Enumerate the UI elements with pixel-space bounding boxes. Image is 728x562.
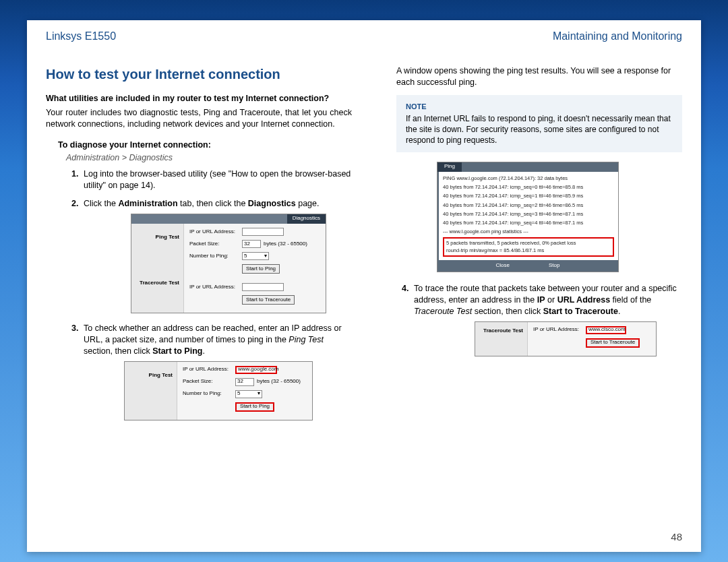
trace-ip-input-filled[interactable]: www.cisco.com [586, 326, 626, 334]
section-title: How to test your Internet connection [46, 65, 352, 84]
start-ping-button[interactable]: Start to Ping [242, 264, 280, 274]
manual-page: Linksys E1550 Maintaining and Monitoring… [27, 20, 701, 552]
num-label-2: Number to Ping: [183, 390, 235, 398]
traceroute-test-label: Traceroute Test [131, 280, 179, 287]
step-3: To check whether an address can be reach… [81, 323, 352, 420]
ip-label: IP or URL Address: [189, 228, 242, 236]
step-1: Log into the browser-based utility (see … [81, 168, 352, 191]
ping-window-buttons: Close Stop [437, 260, 618, 272]
fields-area-2: IP or URL Address:www.google.com Packet … [177, 362, 312, 420]
page-number: 48 [671, 531, 682, 542]
ping-test-screenshot: Ping Test IP or URL Address:www.google.c… [124, 361, 313, 420]
header-right: Maintaining and Monitoring [553, 30, 682, 42]
ping-result-intro: A window opens showing the ping test res… [396, 65, 682, 88]
ip-input[interactable] [242, 228, 284, 236]
trace-fields: IP or URL Address:www.cisco.com Start to… [528, 322, 656, 356]
packet-label: Packet Size: [189, 241, 242, 248]
ip-label-2: IP or URL Address: [189, 284, 242, 291]
step-4: To trace the route that packets take bet… [411, 283, 682, 356]
ping-output: PING www.l.google.com (72.14.204.147): 3… [437, 172, 618, 260]
ping-line: 40 bytes from 72.14.204.147: icmp_seq=3 … [443, 211, 614, 218]
right-column: A window opens showing the ping test res… [376, 65, 682, 430]
diagnostics-tab[interactable]: Diagnostics [287, 214, 326, 224]
trace-side-label: Traceroute Test [475, 322, 528, 356]
num-select-2[interactable]: 5▾ [235, 390, 262, 398]
num-label: Number to Ping: [189, 253, 242, 260]
ping-line: 40 bytes from 72.14.204.147: icmp_seq=2 … [443, 202, 614, 209]
note-body: If an Internet URL fails to respond to p… [406, 113, 673, 146]
note-box: NOTE If an Internet URL fails to respond… [396, 95, 682, 152]
chevron-down-icon: ▾ [264, 253, 267, 260]
procedure-head: To diagnose your Internet connection: [58, 139, 352, 151]
packet-hint: bytes (32 - 65500) [264, 241, 307, 248]
ping-tab[interactable]: Ping [437, 162, 462, 172]
steps-list-right: To trace the route that packets take bet… [411, 283, 682, 356]
ip-input-filled[interactable]: www.google.com [235, 366, 277, 374]
traceroute-screenshot: Traceroute Test IP or URL Address:www.ci… [475, 321, 657, 356]
num-select[interactable]: 5▾ [242, 252, 269, 260]
steps-list: Log into the browser-based utility (see … [81, 168, 352, 420]
ping-line: 40 bytes from 72.14.204.147: icmp_seq=0 … [443, 184, 614, 191]
header-left: Linksys E1550 [46, 30, 116, 42]
packet-hint-2: bytes (32 - 65500) [257, 378, 301, 385]
start-traceroute-button[interactable]: Start to Traceroute [242, 295, 295, 305]
step-2: Click the Administration tab, then click… [81, 198, 352, 313]
ping-window-tabbar: Ping [437, 162, 618, 172]
packet-input[interactable]: 32 [242, 240, 261, 248]
nav-path: Administration > Diagnostics [66, 152, 352, 164]
left-column: How to test your Internet connection Wha… [46, 65, 352, 430]
note-title: NOTE [406, 102, 673, 112]
ping-line: 40 bytes from 72.14.204.147: icmp_seq=4 … [443, 220, 614, 226]
ping-stats-header: --- www.l.google.com ping statistics --- [443, 228, 614, 235]
answer-text: Your router includes two diagnostic test… [46, 107, 352, 130]
trace-ip-label: IP or URL Address: [533, 326, 586, 334]
ping-line: 40 bytes from 72.14.204.147: icmp_seq=1 … [443, 193, 614, 199]
ping-stats-1: 5 packets transmitted, 5 packets receive… [446, 240, 611, 247]
side-labels-2: Ping Test [125, 362, 177, 420]
start-traceroute-button-hl[interactable]: Start to Traceroute [586, 338, 640, 348]
trace-ip-input[interactable] [242, 283, 284, 291]
side-labels: Ping Test Traceroute Test [131, 224, 184, 313]
tab-bar: Diagnostics [131, 214, 326, 224]
question-text: What utilities are included in my router… [46, 93, 352, 104]
ping-line: PING www.l.google.com (72.14.204.147): 3… [443, 175, 614, 182]
panel: Ping Test Traceroute Test IP or URL Addr… [131, 224, 326, 313]
packet-label-2: Packet Size: [183, 378, 235, 385]
diagnostics-screenshot: Diagnostics Ping Test Traceroute Test IP… [131, 214, 326, 313]
chevron-down-icon: ▾ [257, 390, 260, 398]
fields-area: IP or URL Address: Packet Size:32bytes (… [184, 224, 326, 313]
start-ping-button-hl[interactable]: Start to Ping [235, 402, 274, 412]
packet-input-2[interactable]: 32 [235, 378, 254, 386]
content-columns: How to test your Internet connection Wha… [46, 65, 682, 430]
ping-stats-box: 5 packets transmitted, 5 packets receive… [443, 237, 614, 257]
close-button[interactable]: Close [487, 262, 519, 270]
stop-button[interactable]: Stop [539, 262, 569, 270]
ping-test-label-2: Ping Test [125, 372, 173, 379]
ip-label-3: IP or URL Address: [183, 366, 235, 373]
ping-results-window: Ping PING www.l.google.com (72.14.204.14… [437, 162, 619, 272]
page-header: Linksys E1550 Maintaining and Monitoring [46, 30, 682, 45]
ping-test-label: Ping Test [131, 234, 179, 241]
panel-2: Ping Test IP or URL Address:www.google.c… [125, 362, 312, 420]
ping-stats-2: round-trip min/avg/max = 85.4/86.1/87.1 … [446, 247, 611, 254]
